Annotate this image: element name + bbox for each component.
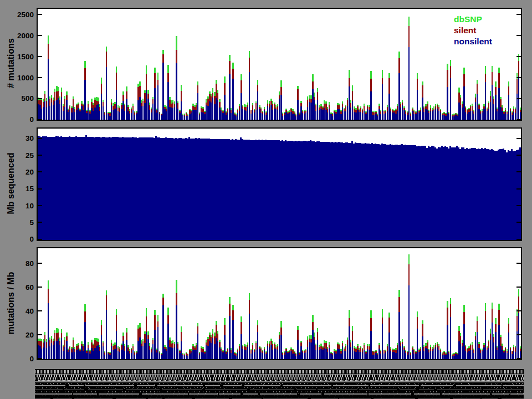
svg-text:30: 30 <box>25 134 34 142</box>
svg-text:Mb sequenced: Mb sequenced <box>6 152 16 214</box>
svg-text:0: 0 <box>29 355 34 363</box>
svg-text:2500: 2500 <box>17 11 34 19</box>
svg-text:nonsilent: nonsilent <box>454 37 492 46</box>
svg-text:40: 40 <box>25 307 34 315</box>
svg-text:60: 60 <box>25 283 34 291</box>
svg-text:25: 25 <box>25 151 34 160</box>
svg-text:500: 500 <box>21 94 34 103</box>
svg-text:1000: 1000 <box>17 74 34 82</box>
svg-text:# mutations: # mutations <box>6 38 16 88</box>
svg-text:dbSNP: dbSNP <box>454 14 482 24</box>
svg-text:10: 10 <box>25 202 34 210</box>
svg-text:0: 0 <box>29 115 34 124</box>
svg-text:15: 15 <box>25 185 34 193</box>
svg-text:silent: silent <box>454 25 476 35</box>
svg-text:80: 80 <box>25 259 34 268</box>
svg-text:2000: 2000 <box>17 32 34 40</box>
svg-text:20: 20 <box>25 331 34 339</box>
svg-text:5: 5 <box>29 218 34 227</box>
svg-text:1500: 1500 <box>17 53 34 61</box>
svg-text:20: 20 <box>25 168 34 176</box>
svg-text:mutations / Mb: mutations / Mb <box>6 272 16 334</box>
svg-text:0: 0 <box>29 235 34 243</box>
